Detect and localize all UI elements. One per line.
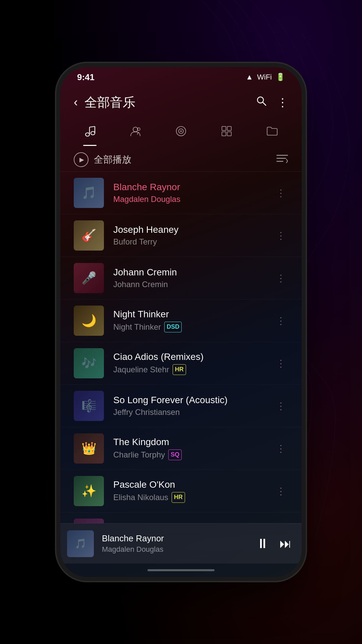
svg-rect-15 [227,132,231,136]
song-artist-row: Elisha Nikolaus HR [113,492,274,502]
song-item[interactable]: 🎧 Ciao Adios (Remixes) Willis Osinski ⋮ [60,513,302,523]
play-all-bar: ▶ 全部播放 [60,148,302,172]
song-item[interactable]: 🎶 Ciao Adios (Remixes) Jaqueline Stehr H… [60,342,302,385]
playlists-tab-icon [221,125,233,140]
next-button[interactable]: ⏭ [280,537,292,551]
song-more-button[interactable]: ⋮ [274,397,288,415]
song-title: So Long Forever (Acoustic) [113,395,274,406]
svg-point-2 [85,133,89,136]
signal-icon: ▲ [246,73,253,82]
song-list: 🎵 Blanche Raynor Magdalen Douglas ⋮ 🎸 Jo… [60,172,302,523]
song-item[interactable]: 👑 The Kingdom Charlie Torphy SQ ⋮ [60,427,302,470]
play-all-label: 全部播放 [94,153,131,166]
tab-playlists[interactable] [204,119,249,146]
song-info: Johann Cremin Johann Cremin [113,267,274,289]
song-art: 🎵 [74,178,104,208]
overflow-menu-icon[interactable]: ⋮ [277,96,288,109]
song-more-button[interactable]: ⋮ [274,355,288,372]
song-info: Night Thinker Night Thinker DSD [113,309,274,332]
song-thumbnail: 👑 [74,433,104,464]
phone-screen: 9:41 ▲ WiFi 🔋 ‹ 全部音乐 ⋮ [60,67,302,577]
song-more-button[interactable]: ⋮ [274,227,288,245]
song-thumbnail: 🎧 [74,519,104,523]
song-info: The Kingdom Charlie Torphy SQ [113,437,274,460]
albums-tab-icon [175,125,187,140]
tab-albums[interactable] [158,119,204,146]
song-artist: Night Thinker [113,322,161,332]
song-info: Pascale O'Kon Elisha Nikolaus HR [113,479,274,502]
song-thumbnail: ✨ [74,476,104,506]
song-more-button[interactable]: ⋮ [274,312,288,330]
folders-tab-icon [266,125,278,140]
back-button[interactable]: ‹ [74,95,78,109]
song-art: 🎧 [74,519,104,523]
song-artist-row: Night Thinker DSD [113,322,274,332]
now-playing-bar[interactable]: 🎵 Blanche Raynor Magdalen Douglas ⏸ ⏭ [60,523,302,564]
song-info: Blanche Raynor Magdalen Douglas [113,182,274,204]
tab-songs[interactable] [67,119,113,146]
song-art: 🎸 [74,220,104,251]
song-item[interactable]: 🎸 Joseph Heaney Buford Terry ⋮ [60,214,302,257]
quality-badge: HR [172,492,185,502]
song-more-button[interactable]: ⋮ [274,440,288,458]
song-art: 🎼 [74,391,104,421]
song-thumbnail: 🎸 [74,220,104,251]
song-thumbnail: 🎤 [74,263,104,293]
song-art: ✨ [74,476,104,506]
song-item[interactable]: 🎼 So Long Forever (Acoustic) Jeffry Chri… [60,385,302,427]
song-more-button[interactable]: ⋮ [274,184,288,202]
song-art: 🎤 [74,263,104,293]
song-art: 🌙 [74,306,104,336]
song-title: Pascale O'Kon [113,479,274,490]
quality-badge: SQ [168,449,182,460]
song-more-button[interactable]: ⋮ [274,482,288,500]
quality-badge: DSD [164,322,182,332]
song-thumbnail: 🎵 [74,178,104,208]
song-artist: Jaqueline Stehr [113,365,169,374]
song-title: Night Thinker [113,309,274,320]
tab-folders[interactable] [249,119,295,146]
song-info: Ciao Adios (Remixes) Jaqueline Stehr HR [113,352,274,375]
song-info: Joseph Heaney Buford Terry [113,224,274,247]
song-item[interactable]: 🎤 Johann Cremin Johann Cremin ⋮ [60,257,302,300]
song-artist: Johann Cremin [113,280,168,289]
now-playing-title: Blanche Raynor [102,533,256,544]
pause-button[interactable]: ⏸ [256,536,269,551]
songs-tab-icon [84,125,96,140]
sort-icon[interactable] [276,153,288,166]
song-artist-row: Jeffry Christiansen [113,408,274,417]
home-bar [147,569,215,571]
search-icon[interactable] [256,96,267,109]
phone-shell: 9:41 ▲ WiFi 🔋 ‹ 全部音乐 ⋮ [60,67,302,577]
song-item[interactable]: 🌙 Night Thinker Night Thinker DSD ⋮ [60,300,302,342]
song-title: Ciao Adios (Remixes) [113,352,274,362]
play-all-button[interactable]: ▶ 全部播放 [74,152,276,167]
nav-tabs [60,117,302,148]
now-playing-artist: Magdalen Douglas [102,545,256,554]
song-artist-row: Magdalen Douglas [113,195,274,204]
song-thumbnail: 🌙 [74,306,104,336]
battery-icon: 🔋 [276,73,285,82]
song-item[interactable]: 🎵 Blanche Raynor Magdalen Douglas ⋮ [60,172,302,214]
artists-tab-icon [129,125,141,140]
song-title: The Kingdom [113,437,274,447]
song-title: Joseph Heaney [113,224,274,235]
song-title: Johann Cremin [113,267,274,278]
svg-point-3 [91,131,95,135]
status-time: 9:41 [77,72,95,83]
song-artist: Magdalen Douglas [113,195,180,204]
wifi-icon: WiFi [257,73,272,82]
song-artist-row: Buford Terry [113,237,274,247]
svg-point-7 [133,127,138,132]
song-item[interactable]: ✨ Pascale O'Kon Elisha Nikolaus HR ⋮ [60,470,302,513]
song-artist: Charlie Torphy [113,450,165,460]
song-info: So Long Forever (Acoustic) Jeffry Christ… [113,395,274,417]
page-title: 全部音乐 [84,94,256,111]
tab-artists[interactable] [113,119,158,146]
now-playing-thumbnail: 🎵 [67,530,94,557]
song-artist-row: Johann Cremin [113,280,274,289]
now-playing-controls: ⏸ ⏭ [256,536,292,551]
status-icons: ▲ WiFi 🔋 [246,73,285,82]
song-more-button[interactable]: ⋮ [274,269,288,287]
play-circle: ▶ [74,152,88,167]
